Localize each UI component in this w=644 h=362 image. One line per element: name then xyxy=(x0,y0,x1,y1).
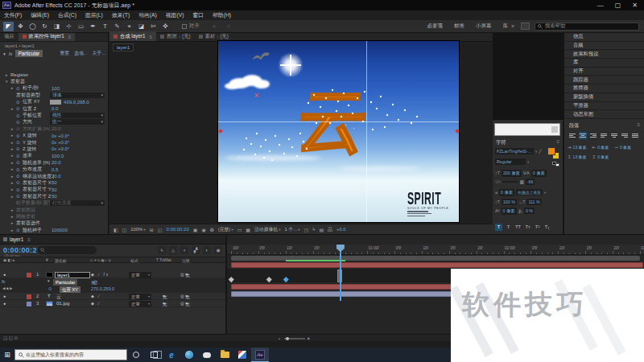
panel-menu-icon[interactable]: ≡ xyxy=(150,34,153,39)
frame-blend-icon[interactable]: ▞ xyxy=(192,246,200,254)
effect-property-row[interactable]: ⊙方向统一 xyxy=(0,119,108,125)
pen-tool[interactable]: ✒ xyxy=(88,22,98,31)
after-effects-icon[interactable]: Ae xyxy=(251,348,269,362)
panel-tab-动态草图[interactable]: 动态草图 xyxy=(564,110,644,119)
property-value[interactable]: 100000 xyxy=(52,228,68,232)
stopwatch-icon[interactable]: ⊙ xyxy=(48,286,52,291)
font-family-select[interactable]: FZLanTingHeiS-… xyxy=(495,148,534,154)
workspace-overflow-icon[interactable]: » xyxy=(511,23,514,29)
composition-tab-2[interactable]: 图层：(无) xyxy=(156,31,194,41)
visibility-eye-icon[interactable]: ● xyxy=(3,294,6,298)
transparency-grid-icon[interactable]: ▦ xyxy=(246,227,250,232)
task-view-icon[interactable] xyxy=(145,348,163,362)
layout-select[interactable]: 1 个... xyxy=(285,226,300,233)
layer-row-2[interactable]: ● 2 T 云 ◆ ∕ 正常 无 ▾ ◎ 无 ▾ xyxy=(0,293,225,300)
faux-style-button[interactable]: T₁ xyxy=(543,224,551,231)
leading-select[interactable]: 0 像素 xyxy=(499,189,514,196)
faux-style-button[interactable]: T xyxy=(505,224,512,231)
workspace-必要项[interactable]: 必要项 xyxy=(427,23,444,30)
fill-color-swatch[interactable] xyxy=(547,147,555,155)
proportional-spacing-field[interactable]: 0 % xyxy=(524,208,535,214)
faux-style-button[interactable]: TT xyxy=(514,224,522,231)
stopwatch-icon[interactable]: ⊙ xyxy=(16,167,23,172)
kerning-select[interactable]: 0 像素 xyxy=(531,170,547,177)
panel-tab-音频[interactable]: 音频 xyxy=(564,42,644,51)
menu-item[interactable]: 视图(V) xyxy=(166,11,184,19)
justify-last-right-button[interactable] xyxy=(621,132,629,139)
effect-property-row[interactable]: ►⊙Y 旋转0x +0.0° xyxy=(0,139,108,146)
align-left-button[interactable] xyxy=(568,132,576,139)
keyframe-navigator[interactable]: ◀◆▶ xyxy=(2,286,13,290)
paint-icon[interactable] xyxy=(233,348,251,362)
effect-row[interactable]: fx ▼ Particular 重置 选项... xyxy=(0,278,225,286)
graph-editor-icon[interactable]: ◉ xyxy=(214,246,222,254)
taskbar-search-input[interactable]: 在这里输入你要搜索的内容 xyxy=(14,349,127,360)
align-right-button[interactable] xyxy=(589,132,597,139)
workspace-小屏幕[interactable]: 小屏幕 xyxy=(476,23,492,30)
stopwatch-icon[interactable]: ⊙ xyxy=(16,86,23,91)
stopwatch-icon[interactable]: ⊙ xyxy=(16,146,23,151)
field-value[interactable]: 13 像素 xyxy=(573,154,587,159)
browser-globe-icon[interactable] xyxy=(180,348,198,362)
property-dropdown[interactable]: 线性 xyxy=(50,113,105,118)
twirl-icon[interactable]: ► xyxy=(10,195,16,199)
panel-tab-摇摆器[interactable]: 摇摆器 xyxy=(564,84,644,93)
layer-name-edit-input[interactable]: layer1 xyxy=(55,272,90,278)
property-value[interactable]: 270.0,259.0 xyxy=(91,286,114,291)
twirl-icon[interactable]: ► xyxy=(10,221,16,225)
panel-tab-对齐[interactable]: 对齐 xyxy=(564,68,644,76)
effect-control-point[interactable] xyxy=(254,93,259,97)
parent-select[interactable]: ◎ 无 ▾ xyxy=(180,301,188,306)
twirl-icon[interactable]: ► xyxy=(5,73,10,77)
property-value[interactable]: 100.0 xyxy=(52,154,64,158)
timeline-menu-icon[interactable]: ≡ xyxy=(27,237,31,242)
eraser-tool[interactable]: ◪ xyxy=(136,22,147,31)
justify-last-center-button[interactable] xyxy=(610,132,618,139)
baseline-shift-field[interactable]: 0 像素 xyxy=(502,208,517,215)
channels-icon[interactable]: ❂ xyxy=(210,227,214,232)
effect-property-row[interactable]: ►⊙位置 Z0.0 xyxy=(0,105,108,112)
property-value[interactable]: 50 xyxy=(52,187,57,192)
cortana-icon[interactable] xyxy=(127,348,145,362)
effect-property-row[interactable]: 发射器类型球体 xyxy=(0,92,108,98)
property-dropdown[interactable]: 球体 xyxy=(50,93,105,98)
menu-item[interactable]: 效果(T) xyxy=(112,11,130,19)
layer-bar-1[interactable] xyxy=(231,262,643,268)
composition-viewer[interactable]: 云 SPIRIT SOULS OF MY PEOPLE xyxy=(217,40,460,223)
property-value[interactable]: 20.0 xyxy=(52,160,61,165)
twirl-icon[interactable]: ▼ xyxy=(5,80,10,84)
panel-menu-icon[interactable]: ≡ xyxy=(68,34,72,39)
layer-name[interactable]: 01.jpg xyxy=(56,301,69,306)
brush-tool[interactable]: ✎ xyxy=(112,22,122,31)
preview-time[interactable]: 0:00:00:20 xyxy=(166,227,188,232)
composition-tab-1[interactable]: 合成 layer1≡ xyxy=(109,31,156,41)
panel-tab-平滑器[interactable]: 平滑器 xyxy=(564,102,644,111)
start-button[interactable]: ⊞ xyxy=(0,351,14,359)
property-row[interactable]: ◀◆▶ ⊙ 位置 XY 270.0,259.0 xyxy=(0,286,225,293)
show-snapshot-icon[interactable]: ◉ xyxy=(201,227,205,232)
zoom-tool[interactable]: ◯ xyxy=(27,22,38,31)
stopwatch-icon[interactable]: ⊙ xyxy=(16,180,23,185)
property-name[interactable]: 位置 XY xyxy=(60,286,80,293)
zoom-in-icon[interactable]: ▲ xyxy=(307,335,311,340)
justify-all-button[interactable] xyxy=(631,132,639,139)
camera-tool[interactable]: ◨ xyxy=(52,22,62,31)
visibility-eye-icon[interactable]: ● xyxy=(3,301,6,306)
faux-style-button[interactable]: T¹ xyxy=(534,224,541,231)
snapshot-icon[interactable]: ▣ xyxy=(193,227,198,232)
eyedropper-icon[interactable]: ╱ xyxy=(539,149,541,154)
paragraph-panel-menu-icon[interactable]: ≡ xyxy=(637,122,640,127)
workspace-库[interactable]: 库 xyxy=(503,23,509,30)
label-color-chip[interactable] xyxy=(27,302,31,306)
draft-3d-icon[interactable]: ◬ xyxy=(169,246,177,254)
vertical-scale-field[interactable]: 100 % xyxy=(502,199,517,205)
indent-right-field[interactable]: ⇤0 像素 xyxy=(592,145,609,150)
effect-property-row[interactable]: ▼发射器 xyxy=(0,78,108,84)
layer-row-1[interactable]: ● 1 layer1 ◆ ∕ fx 正常 ◎ 无 ▾ xyxy=(0,271,225,278)
property-value[interactable]: 50 xyxy=(52,180,57,185)
roto-brush-tool[interactable]: ✄ xyxy=(148,22,159,31)
twirl-icon[interactable]: ► xyxy=(10,134,16,138)
minimize-button[interactable]: — xyxy=(597,2,604,9)
value-edit-chip[interactable] xyxy=(50,100,61,105)
title-text-layer[interactable]: 云 xyxy=(295,86,373,155)
